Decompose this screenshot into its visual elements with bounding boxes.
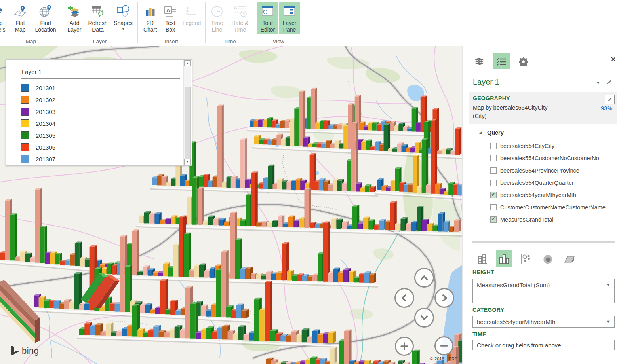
checkbox-checked[interactable]: ✔ bbox=[490, 216, 497, 223]
ribbon-button-find-location[interactable]: Find Location bbox=[31, 2, 60, 34]
ribbon-button-label: Layer Pane bbox=[281, 20, 298, 33]
query-field-row[interactable]: CustomerCustomerNameCustomerName bbox=[490, 201, 619, 213]
ribbon-button-tour-editor[interactable]: Tour Editor bbox=[257, 2, 278, 34]
ribbon-button-text-box[interactable]: A Text Box bbox=[161, 2, 179, 34]
legend-item-label: 201302 bbox=[36, 97, 55, 103]
map-labels-icon bbox=[0, 3, 4, 20]
legend-item: 201302 bbox=[6, 94, 182, 106]
ribbon-button-label: Flat Map bbox=[11, 20, 29, 33]
ribbon-button-layer-pane[interactable]: Layer Pane bbox=[279, 2, 300, 34]
ribbon-button-shapes[interactable]: Shapes ▾ bbox=[111, 2, 135, 32]
category-field-value: beersales554yearMthyearMth bbox=[477, 318, 555, 325]
layer-title-dropdown-caret[interactable]: ▼ bbox=[596, 80, 600, 85]
ribbon-button-refresh-data[interactable]: Refresh Data bbox=[86, 2, 110, 34]
legend-swatch bbox=[21, 96, 29, 104]
visualization-type-switcher bbox=[474, 250, 583, 267]
query-field-label: beersales554yearMthyearMth bbox=[500, 192, 576, 198]
ribbon-button-label: 2D Chart bbox=[141, 20, 159, 33]
heatmap-icon[interactable] bbox=[540, 250, 556, 267]
ribbon-group-label-insert: Insert bbox=[138, 38, 205, 44]
checkbox-checked[interactable]: ✔ bbox=[490, 192, 497, 198]
bubble-icon[interactable] bbox=[518, 250, 534, 267]
height-dropdown-caret[interactable]: ▼ bbox=[606, 282, 610, 287]
panel-divider bbox=[472, 241, 615, 243]
ribbon-button-date-time[interactable]: A Date & Time bbox=[227, 2, 253, 34]
layer-rename-pencil-icon[interactable] bbox=[606, 79, 612, 87]
ribbon-button-add-layer[interactable]: Add Layer bbox=[64, 2, 85, 34]
ribbon-button-label: Date & Time bbox=[229, 20, 251, 33]
legend-swatch bbox=[21, 155, 29, 163]
checkbox-unchecked[interactable] bbox=[490, 180, 497, 186]
query-tree-header[interactable]: ◢ Query bbox=[479, 129, 504, 136]
ribbon-button-legend[interactable]: Legend bbox=[180, 2, 203, 28]
legend-scrollbar[interactable]: ▲ ▼ bbox=[183, 60, 191, 165]
query-field-row[interactable]: ✔MeasuresGrandTotal bbox=[490, 213, 619, 226]
ribbon-button-label: Shapes bbox=[112, 20, 134, 27]
query-field-row[interactable]: beersales554CustomerNoCustomerNo bbox=[490, 152, 619, 164]
legend-scroll-thumb[interactable] bbox=[185, 87, 191, 159]
map-attribution: © 2016 HERE bbox=[430, 356, 457, 361]
ribbon-button-label: Legend bbox=[182, 20, 202, 27]
category-dropdown-caret[interactable]: ▼ bbox=[606, 319, 610, 324]
ribbon-group-map: Map Labels Flat Map Find Location Map bbox=[0, 0, 62, 46]
minus-icon bbox=[439, 341, 449, 351]
geocoding-confidence-link[interactable]: 93% bbox=[601, 105, 612, 112]
shapes-dropdown-caret: ▾ bbox=[122, 27, 124, 30]
time-field-well[interactable]: Check or drag fields from above bbox=[472, 340, 615, 350]
query-field-row[interactable]: beersales554QuarterQuarter bbox=[490, 176, 619, 189]
query-field-row[interactable]: ✔beersales554yearMthyearMth bbox=[490, 189, 619, 201]
tab-field-list[interactable] bbox=[493, 53, 510, 69]
query-field-row[interactable]: beersales554CityCity bbox=[490, 140, 619, 152]
map-pan-up-button[interactable] bbox=[414, 268, 434, 288]
ribbon-group-label-view: View bbox=[255, 38, 302, 44]
checkbox-unchecked[interactable] bbox=[490, 155, 497, 161]
legend-swatch bbox=[21, 131, 29, 139]
geography-map-by-field: (City) bbox=[473, 113, 487, 119]
query-field-label: beersales554CustomerNoCustomerNo bbox=[500, 155, 599, 161]
ribbon-button-2d-chart[interactable]: 2D Chart bbox=[140, 2, 160, 34]
plus-icon bbox=[399, 341, 410, 351]
ribbon-button-label: Find Location bbox=[33, 20, 58, 33]
bing-logo[interactable]: bing bbox=[10, 345, 39, 356]
chevron-up-icon bbox=[418, 272, 430, 284]
time-section-label: TIME bbox=[472, 331, 486, 337]
legend-item-label: 201306 bbox=[36, 144, 55, 151]
legend-item: 201306 bbox=[6, 141, 182, 153]
stacked-column-icon[interactable] bbox=[474, 250, 490, 267]
region-icon[interactable] bbox=[562, 250, 577, 267]
ribbon-button-flat-map[interactable]: Flat Map bbox=[10, 2, 30, 34]
ribbon-button-label: Text Box bbox=[163, 20, 178, 33]
height-field-well[interactable]: MeasuresGrandTotal (Sum) ▼ bbox=[472, 279, 615, 303]
tab-settings[interactable] bbox=[515, 53, 532, 69]
ribbon-button-time-line[interactable]: Time Line bbox=[208, 2, 227, 34]
close-pane-icon[interactable]: ✕ bbox=[610, 56, 616, 63]
map-pan-left-button[interactable] bbox=[394, 288, 414, 308]
map-zoom-in-button[interactable] bbox=[395, 337, 414, 356]
legend-swatch bbox=[21, 119, 29, 127]
map-pan-down-button[interactable] bbox=[414, 308, 434, 328]
map-pan-right-button[interactable] bbox=[434, 288, 454, 308]
checkbox-unchecked[interactable] bbox=[490, 143, 497, 149]
clustered-column-icon[interactable] bbox=[496, 250, 512, 267]
tab-layers[interactable] bbox=[471, 53, 488, 69]
category-field-well[interactable]: beersales554yearMthyearMth ▼ bbox=[472, 316, 615, 328]
query-field-label: CustomerCustomerNameCustomerName bbox=[500, 204, 606, 210]
checkbox-unchecked[interactable] bbox=[490, 167, 497, 174]
query-field-label: beersales554QuarterQuarter bbox=[500, 180, 573, 186]
checkbox-unchecked[interactable] bbox=[490, 204, 497, 210]
field-list-icon bbox=[496, 57, 507, 66]
map-canvas[interactable]: Layer 1 20130120130220130320130420130520… bbox=[0, 46, 462, 364]
query-field-row[interactable]: beersales554ProvinceProvince bbox=[490, 164, 619, 176]
category-section-label: CATEGORY bbox=[472, 307, 504, 313]
ribbon-divider bbox=[302, 2, 302, 43]
geography-edit-button[interactable] bbox=[605, 95, 615, 104]
ribbon-button-map-labels[interactable]: Map Labels bbox=[0, 2, 9, 34]
query-field-label: beersales554ProvinceProvince bbox=[500, 167, 579, 174]
legend-item-label: 201305 bbox=[36, 132, 55, 139]
legend-scroll-down-button[interactable]: ▼ bbox=[184, 159, 191, 165]
legend-scroll-up-button[interactable]: ▲ bbox=[184, 60, 191, 66]
map-legend[interactable]: Layer 1 20130120130220130320130420130520… bbox=[6, 59, 192, 166]
map-zoom-out-button[interactable] bbox=[434, 336, 453, 355]
gear-icon bbox=[519, 56, 529, 66]
find-location-icon bbox=[38, 3, 53, 20]
